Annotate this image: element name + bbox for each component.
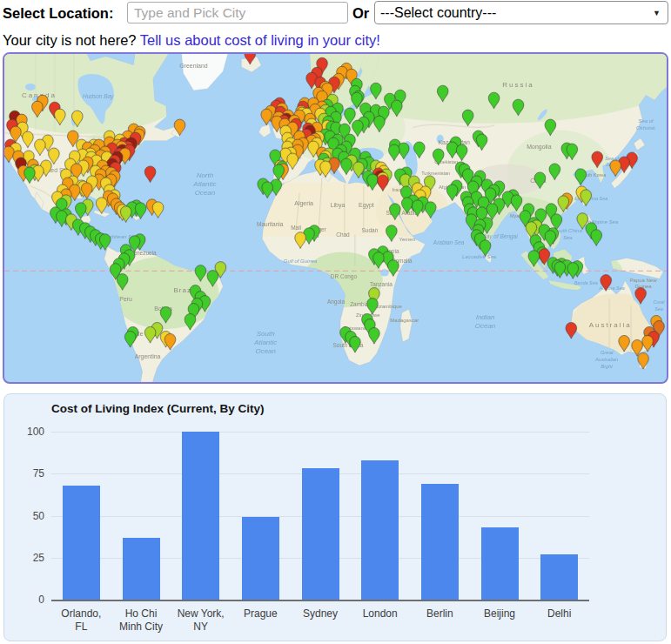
- country-label: Argentina: [135, 353, 161, 360]
- city-search-input[interactable]: [127, 2, 348, 23]
- country-label: Madagascar: [390, 318, 419, 323]
- x-axis-line: [51, 600, 589, 601]
- water-label: Laccadive Sea: [462, 254, 497, 259]
- y-axis-tick-label: 75: [6, 467, 44, 480]
- country-label: Zambia: [350, 301, 369, 307]
- gridline: [51, 432, 589, 433]
- country-label: Tanzania: [370, 281, 393, 287]
- water-label: SouthAtlanticOcean: [253, 330, 277, 355]
- or-label: Or: [352, 5, 369, 22]
- city-pin-icon[interactable]: [635, 288, 647, 305]
- city-pin-icon[interactable]: [554, 262, 566, 278]
- bar-New York, NY[interactable]: [182, 432, 219, 600]
- tell-us-link[interactable]: Tell us about cost of living in your cit…: [140, 32, 380, 48]
- country-label: Mali: [291, 225, 301, 231]
- world-map[interactable]: Hudson BayNorthAtlanticOceanSouthAtlanti…: [3, 52, 668, 384]
- city-pin-icon[interactable]: [580, 190, 592, 206]
- country-label: Angola: [327, 299, 346, 305]
- bar-Orlando, FL[interactable]: [63, 486, 100, 600]
- country-label: Yemen: [399, 237, 415, 242]
- country-label: Mauritania: [257, 221, 284, 227]
- x-axis-label: Delhi: [524, 607, 594, 621]
- y-axis-tick-label: 50: [6, 510, 44, 522]
- city-pin-icon[interactable]: [610, 160, 621, 177]
- bar-Prague[interactable]: [242, 517, 279, 600]
- country-label: Libya: [331, 202, 346, 209]
- water-label: GreatAustralianBight: [594, 350, 619, 369]
- cost-of-living-chart: Cost of Living Index (Current, By City) …: [3, 393, 667, 641]
- water-label: Banda Sea: [574, 280, 598, 285]
- water-label: Arafura Sea: [599, 285, 625, 291]
- city-pin-icon[interactable]: [591, 230, 602, 246]
- water-label: Arabian Sea: [433, 239, 465, 245]
- bar-London[interactable]: [361, 460, 399, 600]
- country-label: Iraq: [393, 187, 401, 192]
- country-label: Egypt: [359, 202, 374, 209]
- bar-Beijing[interactable]: [481, 527, 519, 600]
- water-label: NorthAtlanticOcean: [192, 171, 216, 197]
- country-label: Algeria: [294, 200, 313, 207]
- country-label: Russia: [502, 81, 533, 89]
- country-label: Greenland: [179, 63, 208, 69]
- y-axis-tick-label: 25: [6, 552, 44, 564]
- country-label: Peru: [119, 296, 132, 302]
- y-axis-tick-label: 0: [6, 594, 44, 606]
- chart-title: Cost of Living Index (Current, By City): [51, 402, 265, 415]
- water-label: CoralSea: [653, 299, 665, 311]
- bar-Ho Chi Minh City[interactable]: [123, 538, 160, 600]
- prompt-text: Your city is not here?: [3, 32, 136, 48]
- country-label: Australia: [589, 321, 632, 329]
- city-pin-icon[interactable]: [262, 182, 273, 198]
- country-label: Sudan: [362, 227, 379, 233]
- water-label: Hudson Bay: [83, 93, 114, 100]
- world-map-canvas: Hudson BayNorthAtlanticOceanSouthAtlanti…: [4, 54, 667, 382]
- country-select-wrap: ---Select country--- ▼: [374, 1, 668, 24]
- city-pin-icon[interactable]: [261, 109, 272, 125]
- city-pin-icon[interactable]: [152, 202, 164, 218]
- select-location-label: Select Location:: [3, 5, 113, 22]
- water-label: Bay of Bengal: [482, 233, 518, 240]
- bar-Sydney[interactable]: [302, 468, 339, 600]
- bar-Delhi[interactable]: [540, 554, 578, 600]
- water-label: Gulf of Guinea: [284, 258, 318, 264]
- water-label: IndianOcean: [475, 313, 496, 330]
- bar-Berlin[interactable]: [421, 484, 459, 600]
- country-label: Turkmenistan: [421, 171, 450, 176]
- city-pin-icon[interactable]: [566, 322, 577, 339]
- y-axis-tick-label: 100: [6, 426, 44, 438]
- country-label: Mongolia: [527, 144, 551, 151]
- country-label: DR Congo: [331, 273, 358, 280]
- city-pin-icon[interactable]: [144, 166, 156, 183]
- country-label: Papua New: [630, 278, 658, 283]
- country-label: Chad: [336, 231, 350, 238]
- country-select[interactable]: ---Select country---: [374, 1, 668, 24]
